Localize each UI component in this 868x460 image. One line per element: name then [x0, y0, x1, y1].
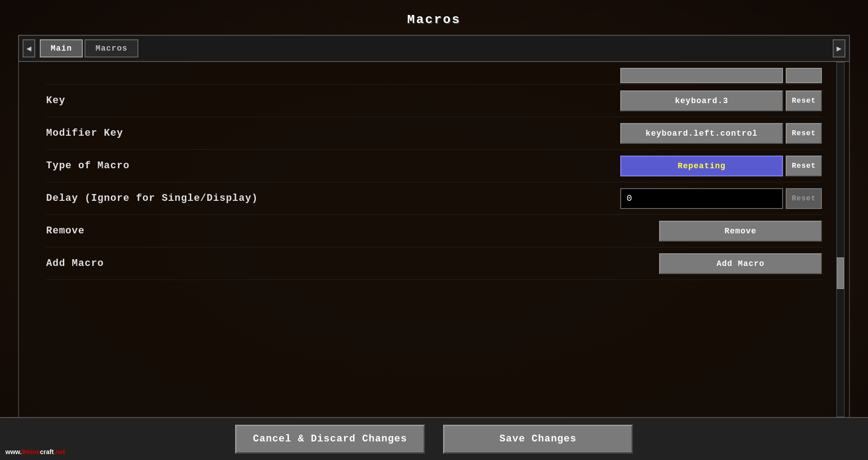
- key-controls: keyboard.3 Reset: [620, 90, 822, 111]
- watermark-craft: craft: [40, 448, 54, 455]
- tab-scroll-left-button[interactable]: ◀: [23, 39, 35, 57]
- key-value-button[interactable]: keyboard.3: [620, 90, 783, 111]
- delay-controls: Reset: [620, 188, 822, 209]
- delay-input[interactable]: [620, 188, 783, 209]
- watermark-mine: mine: [25, 448, 40, 455]
- tabs-container: Main Macros: [38, 39, 833, 57]
- watermark: www.9minecraft.net: [5, 448, 65, 455]
- tab-macros[interactable]: Macros: [85, 39, 138, 57]
- bottom-bar: Cancel & Discard Changes Save Changes: [0, 417, 868, 460]
- scrollbar-thumb[interactable]: [837, 257, 844, 289]
- remove-row: Remove Remove: [46, 215, 822, 247]
- remove-button[interactable]: Remove: [659, 221, 822, 242]
- partial-value: [620, 68, 783, 83]
- key-reset-button[interactable]: Reset: [786, 90, 822, 111]
- scrollbar[interactable]: [836, 62, 844, 417]
- key-row: Key keyboard.3 Reset: [46, 85, 822, 117]
- key-label: Key: [46, 95, 66, 106]
- page-wrapper: Macros ◀ Main Macros ▶ Key: [0, 0, 868, 460]
- main-content: Key keyboard.3 Reset Modifier Key keyboa…: [18, 62, 850, 417]
- page-title: Macros: [407, 13, 461, 27]
- modifier-key-label: Modifier Key: [46, 128, 123, 139]
- add-macro-label: Add Macro: [46, 258, 104, 269]
- type-of-macro-value-button[interactable]: Repeating: [620, 156, 783, 176]
- add-macro-button[interactable]: Add Macro: [659, 253, 822, 274]
- watermark-net: .net: [54, 448, 65, 455]
- modifier-key-row: Modifier Key keyboard.left.control Reset: [46, 117, 822, 150]
- tab-scroll-right-button[interactable]: ▶: [833, 39, 845, 57]
- tab-main[interactable]: Main: [40, 39, 83, 57]
- partial-row: [46, 66, 822, 85]
- chevron-right-icon: ▶: [837, 43, 842, 53]
- watermark-9: 9: [22, 448, 25, 455]
- cancel-discard-button[interactable]: Cancel & Discard Changes: [235, 425, 425, 454]
- delay-label: Delay (Ignore for Single/Display): [46, 193, 258, 204]
- remove-controls: Remove: [659, 221, 822, 242]
- tab-bar: ◀ Main Macros ▶: [18, 35, 850, 62]
- type-of-macro-controls: Repeating Reset: [620, 156, 822, 176]
- add-macro-controls: Add Macro: [659, 253, 822, 274]
- delay-reset-button[interactable]: Reset: [786, 188, 822, 209]
- partial-reset: [786, 68, 822, 83]
- modifier-key-value-button[interactable]: keyboard.left.control: [620, 123, 783, 144]
- delay-row: Delay (Ignore for Single/Display) Reset: [46, 182, 822, 215]
- modifier-key-controls: keyboard.left.control Reset: [620, 123, 822, 144]
- modifier-key-reset-button[interactable]: Reset: [786, 123, 822, 144]
- remove-label: Remove: [46, 225, 85, 237]
- save-changes-button[interactable]: Save Changes: [443, 425, 633, 454]
- add-macro-row: Add Macro Add Macro: [46, 247, 822, 280]
- watermark-www: www.: [5, 448, 22, 455]
- type-of-macro-row: Type of Macro Repeating Reset: [46, 150, 822, 182]
- type-of-macro-reset-button[interactable]: Reset: [786, 156, 822, 176]
- chevron-left-icon: ◀: [27, 43, 32, 53]
- type-of-macro-label: Type of Macro: [46, 160, 130, 171]
